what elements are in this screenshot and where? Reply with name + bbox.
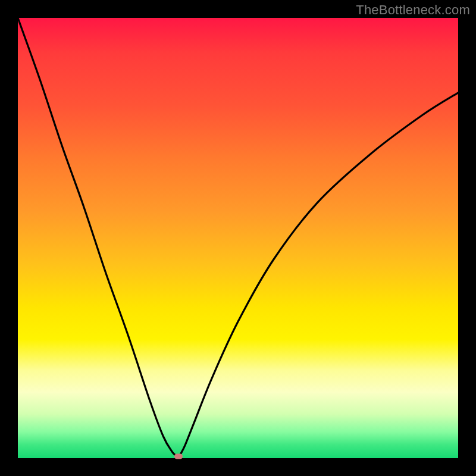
- plot-area: [18, 18, 458, 458]
- chart-frame: TheBottleneck.com: [0, 0, 476, 476]
- bottleneck-curve: [18, 18, 458, 458]
- watermark-text: TheBottleneck.com: [356, 2, 470, 18]
- min-point-marker: [174, 454, 183, 459]
